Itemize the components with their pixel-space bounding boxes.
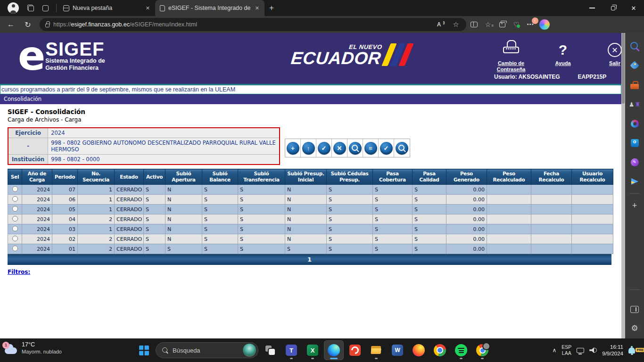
designer-icon[interactable] [629,156,640,168]
language-indicator[interactable]: ESP LAA [561,344,571,356]
add-favorite-button[interactable]: ☆ [449,19,462,30]
table-cell: 07 [52,185,78,195]
table-cell: S [413,195,446,205]
table-cell: S [373,185,413,195]
more-options-button[interactable]: ⋯↑ [524,19,537,30]
refresh-button[interactable]: ↻ [20,17,36,32]
favorites-button[interactable]: ☆ [481,19,495,30]
change-password-button[interactable]: ••••• Cambio de Contraseña [491,40,531,73]
tab-actions-icon[interactable] [42,5,49,11]
table-cell [572,195,613,205]
sidebar-search-icon[interactable] [629,41,640,52]
table-cell: S [327,214,373,224]
start-button[interactable] [134,341,153,360]
tab-esigef[interactable]: eSIGEF - Sistema Integrado de G ✕ [155,0,264,16]
table-cell: S [373,234,413,244]
taskbar-pdf-app-button[interactable] [346,341,364,360]
new-tab-page-icon [63,5,69,11]
network-icon[interactable] [577,348,584,353]
new-tab-button[interactable]: + [264,3,279,13]
page-number[interactable]: 1 [307,256,312,263]
close-button[interactable]: ✕ [623,0,644,16]
row-select-radio[interactable] [12,216,18,222]
table-cell: S [202,195,238,205]
records-table: SelAño de CargaPeriodoNo. SecuenciaEstad… [8,169,613,254]
taskbar-file-explorer-button[interactable] [367,341,386,360]
taskbar-task-view-button[interactable] [261,341,280,360]
row-select-radio[interactable] [12,186,18,192]
settings-gear-icon[interactable] [629,322,640,334]
volume-button[interactable] [589,347,597,353]
recalculate-button[interactable] [394,139,410,157]
outlook-icon[interactable] [629,137,640,148]
taskbar-teams-button[interactable] [282,341,301,360]
new-record-button[interactable]: + [285,139,301,157]
scrollbar-thumb[interactable] [622,33,625,104]
notifications-bell-icon[interactable] [628,347,635,354]
help-button[interactable]: ? Ayuda [543,40,583,73]
minimize-icon [589,8,595,8]
profile-avatar[interactable] [8,2,19,14]
customize-sidebar-icon[interactable] [629,304,640,315]
filters-link[interactable]: Filtros: [8,269,30,275]
workspaces-icon[interactable] [27,5,34,11]
tab-close-icon[interactable]: ✕ [254,5,261,11]
toolbox-icon[interactable] [629,79,640,90]
row-select-radio[interactable] [12,206,18,212]
taskbar-edge-button[interactable] [324,341,343,360]
clock[interactable]: 16:11 9/9/2024 [602,344,623,357]
taskbar-chrome-button[interactable] [430,341,449,360]
games-icon[interactable] [629,99,640,110]
read-aloud-button[interactable]: A [432,19,446,30]
upload-button[interactable]: ↑ [301,139,316,157]
restore-icon [611,6,615,10]
table-cell: N [285,224,327,234]
menu-consolidacion[interactable]: Consolidación [4,96,41,102]
minimize-button[interactable] [582,0,603,16]
taskbar-chrome-profile-button[interactable] [473,341,492,360]
taskbar-firefox-button[interactable] [409,341,428,360]
print-button[interactable]: ≡ [363,139,379,157]
taskbar-search[interactable]: Búsqueda [156,342,258,358]
browser-essentials-button[interactable]: ♡ [510,19,523,30]
row-select-radio[interactable] [12,226,18,231]
collections-button[interactable] [495,19,509,30]
sidebar-divider [629,193,640,194]
table-row: 2024051CERRADOSNSSNSSS0.00 [8,205,613,214]
preview-button[interactable] [347,139,363,157]
row-select-radio[interactable] [12,196,18,202]
drop-icon[interactable] [629,176,640,187]
tray-chevron-icon[interactable]: ∧ [552,347,556,354]
split-screen-button[interactable] [467,19,480,30]
sidebar-add-button[interactable] [629,200,640,211]
back-button[interactable]: ← [3,17,19,32]
row-select-radio[interactable] [12,246,18,251]
taskbar-spotify-button[interactable] [452,341,471,360]
approve-button[interactable]: ✓ [379,139,394,157]
table-cell: S [285,244,327,254]
address-bar[interactable]: https://esigef.finanzas.gob.ec/eSIGEF/me… [40,18,466,31]
shopping-icon[interactable] [629,60,640,71]
row-select-radio[interactable] [12,236,18,241]
table-cell: S [238,195,285,205]
validate-button[interactable]: ✓ [316,139,332,157]
table-cell [487,205,531,214]
delete-button[interactable]: ✕ [332,139,347,157]
microsoft365-icon[interactable] [629,118,640,129]
tab-title: eSIGEF - Sistema Integrado de G [168,5,250,11]
table-header-row: SelAño de CargaPeriodoNo. SecuenciaEstad… [8,169,613,185]
exit-button[interactable]: ✕ Salir [595,40,621,73]
weather-widget[interactable]: 1 17°C Mayorm. nublado [5,341,62,355]
copilot-button[interactable] [538,19,551,30]
taskbar-excel-button[interactable] [303,341,322,360]
table-cell: S [373,244,413,254]
taskbar-word-button[interactable] [388,341,407,360]
table-cell: S [373,224,413,234]
tab-close-icon[interactable]: ✕ [144,5,151,11]
column-header: Pasa Calidad [413,169,446,185]
table-cell: S [327,244,373,254]
table-cell: S [202,234,238,244]
tab-nueva-pestana[interactable]: Nueva pestaña ✕ [58,0,155,16]
page-scrollbar[interactable] [621,33,625,338]
restore-button[interactable] [603,0,623,16]
